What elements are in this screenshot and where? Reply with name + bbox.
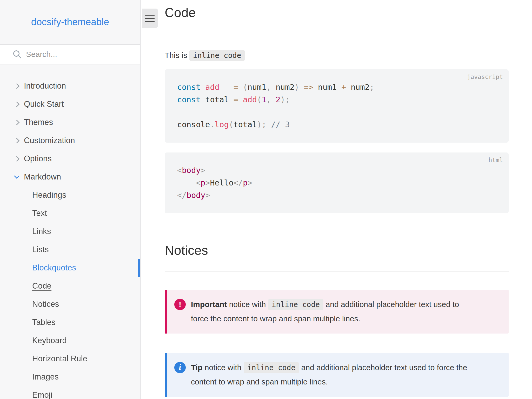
sidebar-item-label: Headings bbox=[32, 190, 66, 200]
sidebar-item-label: Quick Start bbox=[24, 99, 64, 109]
divider bbox=[165, 271, 509, 272]
chevron-down-icon bbox=[14, 173, 19, 178]
sidebar-item-keyboard[interactable]: Keyboard bbox=[0, 331, 140, 350]
chevron-right-icon bbox=[14, 83, 19, 89]
sidebar-toggle-button[interactable] bbox=[142, 9, 158, 28]
chevron-right-icon bbox=[14, 138, 19, 143]
sidebar-item-notices[interactable]: Notices bbox=[0, 295, 140, 313]
divider bbox=[165, 34, 509, 34]
code-block-javascript: javascript const add = (num1, num2) => n… bbox=[165, 69, 509, 143]
sidebar-item-label: Blockquotes bbox=[32, 263, 76, 272]
notice-text: Tip notice with inline code and addition… bbox=[191, 361, 467, 389]
sidebar-item-customization[interactable]: Customization bbox=[0, 131, 140, 150]
sidebar-item-label: Options bbox=[24, 154, 52, 163]
sidebar-header: docsify-themeable bbox=[0, 0, 140, 44]
search-icon bbox=[12, 50, 22, 59]
important-icon: ! bbox=[174, 299, 186, 310]
sidebar-item-label: Keyboard bbox=[32, 336, 67, 345]
code-content: const add = (num1, num2) => num1 + num2;… bbox=[177, 81, 496, 131]
notice-important: ! Important notice with inline code and … bbox=[165, 290, 509, 334]
search-input[interactable] bbox=[26, 50, 125, 59]
sidebar-item-label: Text bbox=[32, 209, 47, 218]
main-content: Code This is inline code javascript cons… bbox=[142, 0, 532, 399]
intro-paragraph: This is inline code bbox=[165, 49, 509, 62]
sidebar-item-label: Horizontal Rule bbox=[32, 354, 87, 363]
sidebar-item-images[interactable]: Images bbox=[0, 368, 140, 386]
search-bar bbox=[0, 44, 140, 64]
sidebar-item-links[interactable]: Links bbox=[0, 222, 140, 241]
sidebar-item-label: Introduction bbox=[24, 81, 66, 91]
sidebar-item-label: Links bbox=[32, 227, 51, 236]
notice-tip: i Tip notice with inline code and additi… bbox=[165, 353, 509, 397]
sidebar-item-introduction[interactable]: Introduction bbox=[0, 77, 140, 95]
sidebar-nav: IntroductionQuick StartThemesCustomizati… bbox=[0, 64, 140, 399]
sidebar-item-label: Code bbox=[32, 281, 51, 291]
sidebar-item-blockquotes[interactable]: Blockquotes bbox=[0, 259, 140, 277]
sidebar-item-label: Lists bbox=[32, 245, 49, 254]
inline-code-chip: inline code bbox=[268, 299, 323, 310]
info-icon: i bbox=[174, 362, 186, 373]
chevron-right-icon bbox=[14, 156, 19, 161]
sidebar-item-label: Themes bbox=[24, 118, 53, 127]
sidebar-item-label: Emoji bbox=[32, 390, 52, 399]
inline-code-chip: inline code bbox=[244, 362, 299, 373]
notice-text: Important notice with inline code and ad… bbox=[191, 297, 459, 326]
sidebar-item-lists[interactable]: Lists bbox=[0, 241, 140, 259]
page-title: Code bbox=[165, 0, 509, 21]
sidebar-item-markdown[interactable]: Markdown bbox=[0, 168, 140, 186]
code-language-label: html bbox=[489, 157, 503, 163]
sidebar-item-label: Markdown bbox=[24, 172, 61, 182]
code-block-html: html <body> <p>Hello</p> </body> bbox=[165, 152, 509, 213]
code-language-label: javascript bbox=[467, 74, 503, 80]
sidebar-item-quick-start[interactable]: Quick Start bbox=[0, 95, 140, 113]
sidebar-item-options[interactable]: Options bbox=[0, 150, 140, 168]
hamburger-icon bbox=[145, 15, 155, 16]
sidebar-item-label: Customization bbox=[24, 136, 75, 145]
sidebar-item-label: Images bbox=[32, 372, 59, 382]
sidebar-item-headings[interactable]: Headings bbox=[0, 186, 140, 204]
sidebar-item-label: Notices bbox=[32, 300, 59, 309]
sidebar-item-themes[interactable]: Themes bbox=[0, 113, 140, 131]
inline-code-chip: inline code bbox=[189, 50, 245, 61]
sidebar-item-text[interactable]: Text bbox=[0, 204, 140, 222]
code-content: <body> <p>Hello</p> </body> bbox=[177, 164, 496, 202]
chevron-right-icon bbox=[14, 101, 19, 107]
app-title[interactable]: docsify-themeable bbox=[31, 17, 109, 28]
chevron-right-icon bbox=[14, 119, 19, 125]
section-title: Notices bbox=[165, 242, 509, 258]
sidebar-item-horizontal-rule[interactable]: Horizontal Rule bbox=[0, 350, 140, 368]
sidebar-item-tables[interactable]: Tables bbox=[0, 313, 140, 331]
sidebar-item-label: Tables bbox=[32, 318, 56, 327]
sidebar-item-code[interactable]: Code bbox=[0, 277, 140, 295]
sidebar-item-emoji[interactable]: Emoji bbox=[0, 386, 140, 399]
sidebar: docsify-themeable IntroductionQuick Star… bbox=[0, 0, 141, 399]
